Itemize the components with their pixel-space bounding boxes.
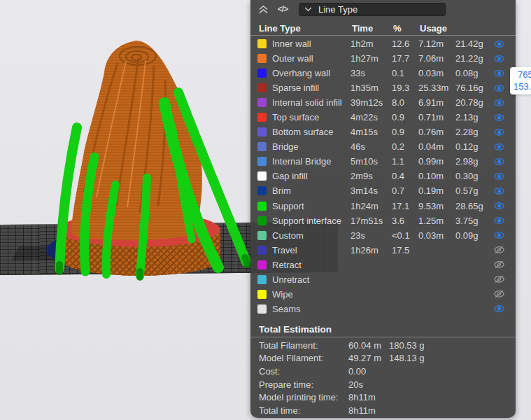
table-row: Bridge46s0.20.04m0.12g xyxy=(250,139,516,154)
total-row: Total time:8h11m xyxy=(250,404,516,417)
sliced-model-preview xyxy=(35,36,266,281)
visibility-toggle[interactable] xyxy=(492,216,506,225)
usage-weight-value: 2.28g xyxy=(455,127,492,137)
line-type-swatch xyxy=(257,231,267,240)
visibility-toggle[interactable] xyxy=(492,246,506,254)
visibility-toggle[interactable] xyxy=(492,172,506,181)
line-type-swatch xyxy=(257,304,267,314)
eye-off-icon xyxy=(494,246,504,254)
table-row: Brim3m14s0.70.19m0.57g xyxy=(250,183,516,198)
time-value: 1h27m xyxy=(351,53,392,64)
usage-weight-value: 28.65g xyxy=(455,201,492,211)
visibility-toggle[interactable] xyxy=(492,231,506,239)
usage-length-value: 0.19m xyxy=(418,186,455,196)
line-type-swatch xyxy=(257,54,267,63)
visibility-toggle[interactable] xyxy=(492,69,506,78)
visibility-toggle[interactable] xyxy=(492,55,506,63)
visibility-toggle[interactable] xyxy=(492,113,506,122)
line-type-label: Unretract xyxy=(272,274,351,285)
usage-weight-value: 0.57g xyxy=(455,186,492,196)
gcode-view-button[interactable]: </> xyxy=(275,3,290,15)
percent-value: 0.9 xyxy=(392,127,418,137)
table-row: Support1h24m17.19.53m28.65g xyxy=(250,199,516,214)
line-type-swatch xyxy=(257,290,267,299)
visibility-toggle[interactable] xyxy=(492,158,506,166)
time-value: 1h35m xyxy=(351,83,392,93)
eye-icon xyxy=(494,187,504,195)
line-type-swatch xyxy=(257,260,267,270)
usage-weight-value: 2.13g xyxy=(455,112,492,122)
percent-value: 0.4 xyxy=(392,171,418,181)
line-type-swatch xyxy=(257,83,267,92)
line-type-label: Seams xyxy=(272,304,351,314)
total-estimation-rows: Total Filament:60.04 m180.53 gModel Fila… xyxy=(250,339,516,417)
total-estimation-title: Total Estimation xyxy=(259,324,332,335)
time-value: 2m9s xyxy=(351,171,392,181)
visibility-toggle[interactable] xyxy=(492,290,506,298)
line-type-label: Support interface xyxy=(272,216,351,226)
time-value: 17m51s xyxy=(351,216,392,226)
visibility-toggle[interactable] xyxy=(492,143,506,151)
table-row: Gap infill2m9s0.40.10m0.30g xyxy=(250,169,516,183)
table-row: Support interface17m51s3.61.25m3.75g xyxy=(250,214,516,228)
line-type-label: Sparse infill xyxy=(272,83,351,93)
total-row-value1: 49.27 m xyxy=(348,353,389,363)
eye-icon xyxy=(494,172,504,181)
percent-value: 19.3 xyxy=(392,83,418,93)
table-row: Travel1h26m17.5 xyxy=(250,243,516,258)
table-row: Top surface4m22s0.90.71m2.13g xyxy=(250,110,516,125)
line-type-swatch xyxy=(257,98,267,107)
visibility-toggle[interactable] xyxy=(492,187,506,195)
usage-weight-value: 0.08g xyxy=(455,68,492,78)
visibility-toggle[interactable] xyxy=(492,40,506,48)
percent-value: 0.7 xyxy=(392,186,418,196)
total-row: Model Filament:49.27 m148.13 g xyxy=(250,352,516,365)
eye-icon xyxy=(494,231,504,239)
usage-weight-value: 20.78g xyxy=(455,97,492,108)
visibility-toggle[interactable] xyxy=(492,84,506,92)
total-row: Prepare time:20s xyxy=(250,378,516,391)
usage-length-value: 0.03m xyxy=(418,230,455,241)
eye-icon xyxy=(494,128,504,136)
percent-value: 8.0 xyxy=(392,97,418,108)
table-row: Unretract xyxy=(250,272,516,287)
collapse-panel-button[interactable] xyxy=(255,3,271,15)
line-type-label: Internal Bridge xyxy=(272,156,351,167)
visibility-toggle[interactable] xyxy=(492,99,506,107)
line-type-label: Wipe xyxy=(272,289,351,300)
usage-length-value: 6.91m xyxy=(418,97,455,108)
visibility-toggle[interactable] xyxy=(492,304,506,313)
table-header: Line Type Time % Usage xyxy=(250,22,516,34)
view-type-dropdown[interactable]: Line Type xyxy=(299,3,446,16)
total-row-label: Model printing time: xyxy=(259,392,348,402)
visibility-toggle[interactable] xyxy=(492,128,506,136)
usage-length-value: 9.53m xyxy=(418,201,455,211)
edge-tooltip-line2: 153. xyxy=(510,80,531,92)
edge-tooltip-line1: 765 xyxy=(510,69,531,80)
line-type-label: Outer wall xyxy=(272,53,351,64)
total-row-value1: 0.00 xyxy=(348,366,389,377)
visibility-toggle[interactable] xyxy=(492,202,506,210)
line-type-rows: Inner wall1h2m12.67.12m21.42gOuter wall1… xyxy=(250,36,516,316)
usage-weight-value: 0.09g xyxy=(455,230,492,241)
table-row: Internal solid infill39m12s8.06.91m20.78… xyxy=(250,95,516,110)
total-row-label: Model Filament: xyxy=(259,353,348,363)
usage-length-value: 7.06m xyxy=(418,53,455,64)
line-type-label: Inner wall xyxy=(272,38,351,49)
table-row: Internal Bridge5m10s1.10.99m2.98g xyxy=(250,154,516,169)
header-time: Time xyxy=(352,23,393,34)
line-type-swatch xyxy=(257,275,267,284)
line-type-swatch xyxy=(257,157,267,166)
percent-value: 17.7 xyxy=(392,53,418,64)
visibility-toggle[interactable] xyxy=(492,275,506,284)
preview-toolbar: </> Line Type xyxy=(250,2,516,16)
time-value: 39m12s xyxy=(351,97,392,108)
usage-length-value: 0.76m xyxy=(418,127,455,137)
line-type-swatch xyxy=(257,246,267,255)
usage-length-value: 0.04m xyxy=(418,141,455,152)
time-value: 23s xyxy=(351,230,392,241)
line-type-label: Internal solid infill xyxy=(272,97,351,108)
percent-value: 12.6 xyxy=(392,38,418,49)
time-value: 3m14s xyxy=(351,186,392,196)
visibility-toggle[interactable] xyxy=(492,260,506,269)
